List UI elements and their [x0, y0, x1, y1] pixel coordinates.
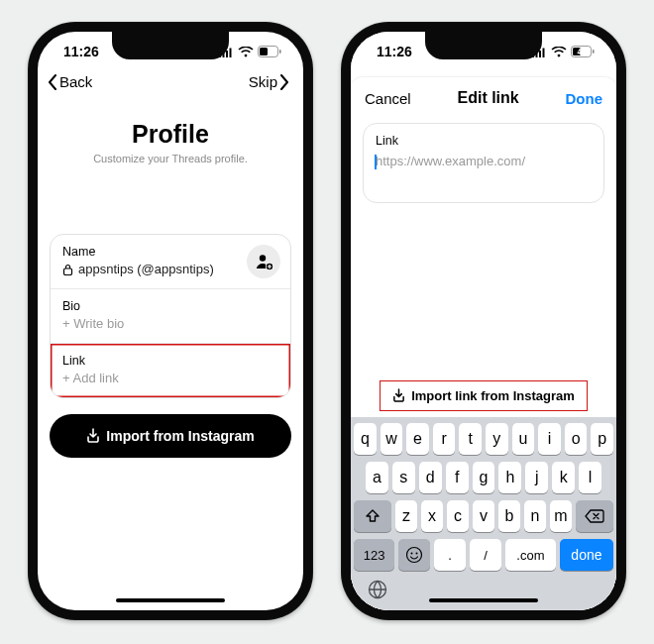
key-h[interactable]: h	[498, 462, 521, 493]
key-u[interactable]: u	[512, 423, 535, 455]
svg-point-13	[416, 553, 418, 555]
status-time: 11:26	[63, 44, 99, 59]
key-y[interactable]: y	[486, 423, 508, 455]
link-section[interactable]: Link + Add link	[51, 343, 290, 397]
link-input-card[interactable]: Link https://www.example.com/	[363, 123, 604, 203]
skip-button[interactable]: Skip	[249, 73, 289, 90]
key-s[interactable]: s	[392, 462, 415, 493]
svg-point-11	[407, 548, 422, 563]
keyboard-done-key[interactable]: done	[560, 539, 613, 571]
name-value: appsntips (@appsntips)	[78, 262, 214, 276]
key-a[interactable]: a	[366, 462, 388, 493]
key-l[interactable]: l	[579, 462, 601, 493]
wifi-icon	[238, 47, 254, 57]
backspace-key[interactable]	[576, 500, 613, 532]
svg-point-12	[411, 553, 413, 555]
battery-icon	[258, 46, 281, 57]
profile-card: Name appsntips (@appsntips) Bio + Write …	[50, 234, 291, 398]
key-f[interactable]: f	[446, 462, 469, 493]
edit-link-sheet: Cancel Edit link Done Link https://www.e…	[351, 77, 616, 610]
dot-key[interactable]: .	[434, 539, 466, 571]
import-icon	[392, 388, 405, 403]
key-r[interactable]: r	[433, 423, 456, 455]
name-section[interactable]: Name appsntips (@appsntips)	[51, 235, 290, 288]
key-q[interactable]: q	[354, 423, 377, 455]
key-n[interactable]: n	[524, 500, 546, 532]
link-input-field[interactable]: https://www.example.com/	[376, 154, 592, 168]
numbers-key[interactable]: 123	[354, 539, 394, 571]
svg-rect-1	[260, 48, 268, 55]
import-instagram-button[interactable]: Import from Instagram	[50, 414, 291, 458]
page-subtitle: Customize your Threads profile.	[38, 153, 303, 164]
svg-rect-9	[593, 50, 595, 54]
link-input-label: Link	[376, 134, 592, 148]
key-t[interactable]: t	[459, 423, 482, 455]
bio-label: Bio	[62, 299, 278, 313]
phone-right: 11:26 42 Cancel Edit link Done Link	[341, 22, 626, 620]
chevron-right-icon	[279, 74, 289, 90]
battery-icon: 42	[571, 46, 595, 57]
phone-left: 11:26 Back Skip Profile Customize yo	[28, 22, 313, 620]
shift-key[interactable]	[354, 500, 391, 532]
key-k[interactable]: k	[552, 462, 575, 493]
key-row-3: zxcvbnm	[354, 500, 613, 532]
key-c[interactable]: c	[447, 500, 469, 532]
key-j[interactable]: j	[525, 462, 548, 493]
svg-rect-3	[64, 268, 72, 275]
key-p[interactable]: p	[591, 423, 613, 455]
svg-point-4	[260, 255, 266, 261]
svg-text:42: 42	[578, 48, 586, 56]
chevron-left-icon	[48, 74, 57, 90]
emoji-icon	[405, 546, 423, 564]
emoji-key[interactable]	[398, 539, 430, 571]
sheet-title: Edit link	[457, 89, 518, 107]
key-g[interactable]: g	[473, 462, 495, 493]
status-time: 11:26	[377, 44, 412, 59]
person-add-icon	[253, 251, 274, 272]
key-o[interactable]: o	[565, 423, 588, 455]
key-row-2: asdfghjkl	[354, 462, 613, 493]
text-cursor	[375, 155, 377, 169]
link-label: Link	[62, 354, 278, 368]
lock-icon	[62, 264, 73, 275]
key-x[interactable]: x	[421, 500, 443, 532]
done-button[interactable]: Done	[566, 90, 603, 107]
key-d[interactable]: d	[419, 462, 442, 493]
keyboard: qwertyuiop asdfghjkl zxcvbnm 123	[351, 417, 616, 575]
key-e[interactable]: e	[406, 423, 429, 455]
home-indicator[interactable]	[429, 598, 538, 603]
notch	[425, 32, 542, 59]
name-label: Name	[62, 245, 278, 259]
page-title: Profile	[38, 120, 303, 149]
back-button[interactable]: Back	[48, 73, 92, 90]
slash-key[interactable]: /	[470, 539, 501, 571]
import-link-instagram-button[interactable]: Import link from Instagram	[380, 380, 588, 411]
bio-section[interactable]: Bio + Write bio	[51, 288, 290, 343]
home-indicator[interactable]	[116, 598, 225, 603]
key-m[interactable]: m	[550, 500, 572, 532]
svg-rect-2	[279, 50, 281, 54]
key-b[interactable]: b	[498, 500, 520, 532]
link-placeholder: + Add link	[62, 371, 278, 385]
avatar-add-button[interactable]	[247, 245, 280, 278]
notch	[112, 32, 229, 59]
wifi-icon	[551, 47, 567, 57]
bio-placeholder: + Write bio	[62, 316, 278, 331]
cancel-button[interactable]: Cancel	[365, 90, 411, 107]
import-icon	[86, 428, 100, 444]
backspace-icon	[585, 509, 604, 523]
key-row-1: qwertyuiop	[354, 423, 613, 455]
key-v[interactable]: v	[473, 500, 494, 532]
key-w[interactable]: w	[381, 423, 403, 455]
dotcom-key[interactable]: .com	[505, 539, 556, 571]
key-z[interactable]: z	[395, 500, 417, 532]
key-i[interactable]: i	[538, 423, 561, 455]
shift-icon	[365, 508, 381, 524]
